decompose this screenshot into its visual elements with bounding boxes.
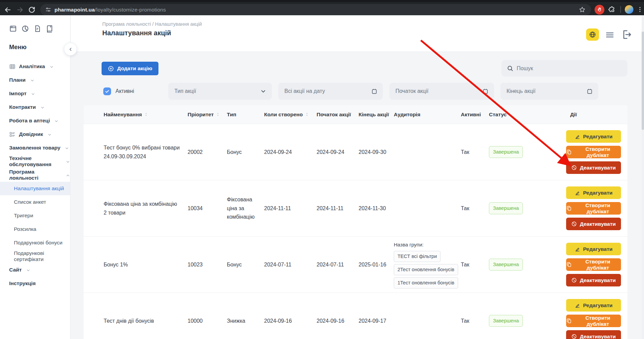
sidebar-item-site[interactable]: Сайт — [0, 263, 70, 277]
cell-start: 2024-07-11 — [317, 260, 359, 269]
scrollbar-thumb[interactable] — [642, 32, 644, 130]
logout-icon[interactable] — [621, 29, 632, 40]
duplicate-button[interactable]: Створити дублікат — [566, 258, 621, 271]
sidebar-item-triggers[interactable]: Тригери — [0, 209, 70, 222]
column-header-name[interactable]: Найменування — [104, 112, 188, 118]
sort-icon[interactable] — [144, 112, 149, 117]
cell-active: Так — [461, 148, 489, 157]
sidebar-item-label: Довідник — [19, 131, 43, 137]
sidebar-menu-heading: Меню — [9, 44, 26, 51]
sidebar-item-label: Сайт — [9, 267, 22, 273]
sidebar-item-gift-bonuses[interactable]: Подарункові бонуси — [0, 236, 70, 250]
plus-circle-icon — [108, 65, 114, 72]
duplicate-button[interactable]: Створити дублікат — [566, 315, 621, 327]
chev-down-icon — [66, 160, 70, 164]
sidebar-item-maintenance[interactable]: Технічне обслуговування — [0, 155, 70, 168]
cell-active: Так — [461, 317, 489, 325]
deactivate-button-label: Деактивувати — [580, 277, 616, 283]
add-promotion-button[interactable]: Додати акцію — [102, 62, 158, 75]
status-badge: Завершена — [489, 315, 523, 327]
browser-menu-icon[interactable] — [637, 5, 643, 14]
bookmark-star-icon[interactable] — [579, 6, 586, 13]
deactivate-button-label: Деактивувати — [580, 221, 616, 227]
extensions-puzzle-icon[interactable] — [608, 6, 616, 13]
sidebar-item-directory[interactable]: Довідник — [0, 127, 70, 141]
menu-toggle-icon[interactable] — [604, 31, 616, 39]
browser-reload-icon[interactable] — [28, 6, 36, 14]
audience-tag: 1Тест оновлення бонусів — [394, 277, 458, 288]
breadcrumb: Програма лояльності / Налаштування акцій — [102, 21, 202, 27]
sidebar-item-questionnaires[interactable]: Список анкет — [0, 195, 70, 209]
edit-button[interactable]: Редагувати — [566, 299, 621, 312]
cell-actions: РедагуватиСтворити дублікатДеактивувати — [566, 125, 621, 179]
sidebar-shortcut-icons — [9, 25, 53, 33]
adblock-extension-icon[interactable] — [595, 5, 604, 15]
filter-field-promo-end[interactable]: Кінець акції — [500, 83, 598, 100]
edit-button[interactable]: Редагувати — [566, 186, 621, 199]
cell-audience: Назва групи:ТЕСТ всі фільтри2Тест оновле… — [394, 241, 461, 289]
search-input[interactable] — [517, 65, 622, 72]
sidebar-item-contracts[interactable]: Контракти — [0, 100, 70, 114]
sidebar-item-product-orders[interactable]: Замовлення товару — [0, 141, 70, 155]
sort-icon[interactable] — [304, 112, 309, 117]
cell-created: 2024-09-16 — [264, 317, 317, 325]
page-title: Налаштування акцій — [102, 29, 171, 37]
filter-field-label: Кінець акції — [507, 88, 536, 94]
site-info-icon[interactable] — [45, 6, 51, 13]
cell-active: Так — [461, 260, 489, 269]
sort-icon[interactable] — [215, 112, 220, 117]
cell-end: 2024-09-17 — [359, 317, 394, 325]
deactivate-button[interactable]: Деактивувати — [566, 161, 621, 174]
sidebar-item-mailing[interactable]: Розсилка — [0, 222, 70, 236]
cell-type: Бонус — [227, 148, 264, 157]
column-header-audience: Аудиторія — [394, 112, 461, 118]
deactivate-button[interactable]: Деактивувати — [566, 274, 621, 286]
browser-profile-avatar[interactable] — [624, 5, 634, 14]
sidebar-item-instruction[interactable]: Інструкція — [0, 277, 70, 290]
toolbar-divider — [620, 6, 621, 13]
column-header-created[interactable]: Коли створено — [264, 112, 317, 118]
filter-field-promo-start[interactable]: Початок акції — [389, 83, 494, 100]
audience-tag: 2Тест оновлення бонусів — [394, 264, 458, 275]
pencil-icon — [575, 246, 580, 252]
browser-back-icon[interactable] — [4, 6, 12, 14]
filter-field-promo-type[interactable]: Тип акції — [168, 83, 272, 100]
pie-chart-icon[interactable] — [21, 25, 29, 33]
cell-name: Тест бонус 0% вибрані товари 24.09-30.09… — [104, 143, 188, 161]
ban-icon — [571, 334, 577, 339]
language-globe-button[interactable] — [586, 28, 599, 41]
archive-icon[interactable] — [9, 25, 17, 33]
sidebar-item-import[interactable]: Імпорт — [0, 87, 70, 100]
browser-forward-icon[interactable] — [16, 6, 24, 14]
status-badge: Завершена — [489, 146, 523, 158]
address-bar[interactable]: pharmapoint.ua/loyalty/customize-promoti… — [40, 4, 591, 15]
sidebar-collapse-button[interactable] — [64, 43, 77, 56]
duplicate-button[interactable]: Створити дублікат — [566, 202, 621, 215]
deactivate-button[interactable]: Деактивувати — [566, 218, 621, 230]
sidebar-item-gift-certificates[interactable]: Подарункові сертифікати — [0, 250, 70, 263]
sidebar-item-loyalty-program[interactable]: Програма лояльності — [0, 168, 70, 182]
column-header-label: Статус — [489, 112, 507, 118]
duplicate-button[interactable]: Створити дублікат — [566, 146, 621, 158]
sidebar-item-plans[interactable]: Плани — [0, 73, 70, 87]
edit-button[interactable]: Редагувати — [566, 243, 621, 255]
filter-field-label: Початок акції — [395, 88, 428, 94]
search-icon — [507, 65, 513, 72]
sidebar-item-pharmacy-work[interactable]: Робота в аптеці — [0, 114, 70, 127]
cell-active: Так — [461, 204, 489, 213]
filter-field-all-promos-on-date[interactable]: Всі акції на дату — [278, 83, 383, 100]
document-icon[interactable] — [34, 25, 41, 33]
column-header-priority[interactable]: Пріоритет — [188, 112, 227, 118]
active-checkbox[interactable] — [103, 87, 111, 95]
edit-button[interactable]: Редагувати — [566, 130, 621, 143]
sidebar: Меню АналітикаПланиІмпортКонтрактиРобота… — [0, 15, 70, 339]
cell-priority: 20002 — [188, 148, 227, 157]
cell-end: 2024-11-30 — [359, 204, 394, 213]
cell-end: 2024-09-30 — [359, 148, 394, 157]
sidebar-item-analytics[interactable]: Аналітика — [0, 60, 70, 73]
table-row: Тест днів дії бонусів10000Знижка2024-09-… — [84, 293, 627, 339]
book-icon[interactable] — [46, 25, 53, 33]
cell-status: Завершена — [489, 202, 566, 214]
sidebar-item-promo-settings[interactable]: Налаштування акцій — [0, 182, 70, 195]
deactivate-button[interactable]: Деактивувати — [566, 330, 621, 339]
